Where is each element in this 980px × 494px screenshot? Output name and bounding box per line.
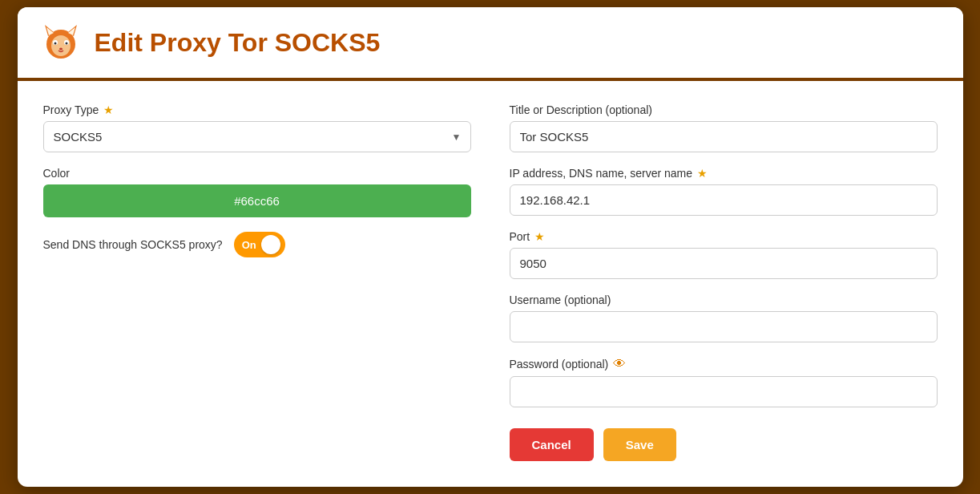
title-label: Title or Description (optional) bbox=[510, 103, 938, 116]
fox-icon bbox=[40, 22, 82, 63]
proxy-type-select[interactable]: SOCKS5 SOCKS4 HTTP HTTPS bbox=[43, 121, 471, 152]
port-field: Port ★ bbox=[510, 230, 938, 279]
svg-point-1 bbox=[51, 35, 71, 56]
toggle-label: On bbox=[242, 239, 256, 251]
color-field: Color #66cc66 bbox=[43, 167, 471, 217]
ip-required-star: ★ bbox=[697, 167, 708, 180]
proxy-type-select-wrapper: SOCKS5 SOCKS4 HTTP HTTPS ▼ bbox=[43, 121, 471, 152]
password-input[interactable] bbox=[510, 376, 938, 407]
username-label: Username (optional) bbox=[510, 294, 938, 306]
ip-label: IP address, DNS name, server name ★ bbox=[510, 167, 938, 180]
title-field: Title or Description (optional) bbox=[510, 103, 938, 152]
right-column: Title or Description (optional) IP addre… bbox=[510, 103, 938, 461]
username-field: Username (optional) bbox=[510, 294, 938, 342]
page-title: Edit Proxy Tor SOCKS5 bbox=[95, 28, 381, 58]
proxy-type-label: Proxy Type ★ bbox=[43, 103, 471, 116]
svg-point-10 bbox=[59, 48, 63, 51]
left-column: Proxy Type ★ SOCKS5 SOCKS4 HTTP HTTPS ▼ … bbox=[43, 103, 471, 461]
color-button[interactable]: #66cc66 bbox=[43, 184, 471, 217]
buttons-row: Cancel Save bbox=[510, 428, 938, 461]
edit-proxy-window: Edit Proxy Tor SOCKS5 Proxy Type ★ SOCKS… bbox=[18, 7, 963, 487]
svg-point-8 bbox=[54, 43, 56, 45]
content-area: Proxy Type ★ SOCKS5 SOCKS4 HTTP HTTPS ▼ … bbox=[18, 81, 963, 487]
password-label-row: Password (optional) 👁 bbox=[510, 357, 938, 371]
svg-point-9 bbox=[65, 43, 67, 45]
ip-input[interactable] bbox=[510, 184, 938, 216]
ip-field: IP address, DNS name, server name ★ bbox=[510, 167, 938, 216]
port-input[interactable] bbox=[510, 248, 938, 279]
header: Edit Proxy Tor SOCKS5 bbox=[18, 7, 963, 81]
save-button[interactable]: Save bbox=[603, 428, 676, 461]
port-required-star: ★ bbox=[534, 230, 545, 243]
toggle-knob bbox=[261, 235, 280, 254]
password-field: Password (optional) 👁 bbox=[510, 357, 938, 407]
username-input[interactable] bbox=[510, 311, 938, 342]
cancel-button[interactable]: Cancel bbox=[510, 428, 594, 461]
password-label: Password (optional) bbox=[510, 358, 609, 370]
dns-row: Send DNS through SOCKS5 proxy? On bbox=[43, 232, 471, 257]
port-label: Port ★ bbox=[510, 230, 938, 243]
proxy-type-field: Proxy Type ★ SOCKS5 SOCKS4 HTTP HTTPS ▼ bbox=[43, 103, 471, 152]
title-input[interactable] bbox=[510, 121, 938, 152]
dns-label: Send DNS through SOCKS5 proxy? bbox=[43, 238, 223, 251]
password-eye-icon[interactable]: 👁 bbox=[613, 357, 626, 371]
color-label: Color bbox=[43, 167, 471, 180]
proxy-type-required-star: ★ bbox=[103, 103, 114, 116]
dns-toggle[interactable]: On bbox=[234, 232, 285, 257]
